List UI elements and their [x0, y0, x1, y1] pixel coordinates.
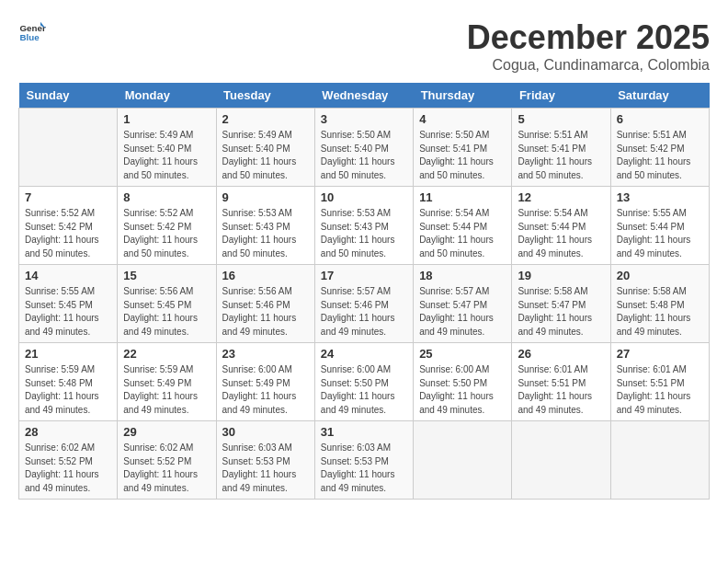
- day-number: 26: [518, 347, 604, 361]
- day-info: Sunrise: 6:00 AM Sunset: 5:49 PM Dayligh…: [222, 363, 309, 417]
- day-number: 20: [617, 269, 703, 282]
- calendar-cell: 29Sunrise: 6:02 AM Sunset: 5:52 PM Dayli…: [118, 421, 216, 500]
- calendar-cell: 1Sunrise: 5:49 AM Sunset: 5:40 PM Daylig…: [118, 109, 216, 187]
- calendar-cell: 28Sunrise: 6:02 AM Sunset: 5:52 PM Dayli…: [19, 421, 118, 500]
- day-number: 9: [222, 190, 309, 204]
- day-number: 28: [25, 425, 111, 439]
- day-number: 11: [419, 190, 506, 204]
- day-number: 15: [123, 269, 210, 282]
- calendar-cell: 26Sunrise: 6:01 AM Sunset: 5:51 PM Dayli…: [512, 343, 610, 421]
- calendar-cell: [610, 421, 709, 500]
- day-number: 22: [123, 347, 210, 361]
- weekday-header: Friday: [512, 83, 610, 109]
- day-info: Sunrise: 5:59 AM Sunset: 5:48 PM Dayligh…: [25, 363, 111, 417]
- main-title: December 2025: [467, 18, 710, 57]
- day-number: 6: [617, 112, 703, 126]
- day-number: 17: [321, 269, 407, 282]
- calendar-cell: 19Sunrise: 5:58 AM Sunset: 5:47 PM Dayli…: [512, 265, 610, 343]
- day-number: 4: [419, 112, 506, 126]
- day-number: 30: [222, 425, 309, 439]
- calendar-cell: 21Sunrise: 5:59 AM Sunset: 5:48 PM Dayli…: [19, 343, 118, 421]
- calendar-cell: 12Sunrise: 5:54 AM Sunset: 5:44 PM Dayli…: [512, 187, 610, 265]
- calendar-week-row: 1Sunrise: 5:49 AM Sunset: 5:40 PM Daylig…: [19, 109, 710, 187]
- weekday-header: Wednesday: [314, 83, 413, 109]
- calendar-cell: [512, 421, 610, 500]
- calendar-cell: 13Sunrise: 5:55 AM Sunset: 5:44 PM Dayli…: [610, 187, 709, 265]
- day-number: 7: [25, 190, 111, 204]
- day-info: Sunrise: 6:01 AM Sunset: 5:51 PM Dayligh…: [518, 363, 604, 417]
- weekday-header: Saturday: [610, 83, 709, 109]
- calendar-cell: [414, 421, 512, 500]
- day-info: Sunrise: 5:56 AM Sunset: 5:46 PM Dayligh…: [222, 285, 309, 339]
- weekday-header: Monday: [118, 83, 216, 109]
- day-number: 19: [518, 269, 604, 282]
- sub-title: Cogua, Cundinamarca, Colombia: [467, 57, 710, 74]
- calendar-cell: 25Sunrise: 6:00 AM Sunset: 5:50 PM Dayli…: [414, 343, 512, 421]
- calendar-cell: 27Sunrise: 6:01 AM Sunset: 5:51 PM Dayli…: [610, 343, 709, 421]
- day-info: Sunrise: 6:00 AM Sunset: 5:50 PM Dayligh…: [419, 363, 506, 417]
- day-info: Sunrise: 5:50 AM Sunset: 5:41 PM Dayligh…: [419, 129, 506, 182]
- calendar-cell: 4Sunrise: 5:50 AM Sunset: 5:41 PM Daylig…: [414, 109, 512, 187]
- day-info: Sunrise: 6:00 AM Sunset: 5:50 PM Dayligh…: [321, 363, 407, 417]
- day-number: 23: [222, 347, 309, 361]
- day-info: Sunrise: 6:03 AM Sunset: 5:53 PM Dayligh…: [222, 442, 309, 495]
- day-number: 18: [419, 269, 506, 282]
- day-info: Sunrise: 5:54 AM Sunset: 5:44 PM Dayligh…: [419, 207, 506, 260]
- calendar-week-row: 14Sunrise: 5:55 AM Sunset: 5:45 PM Dayli…: [19, 265, 710, 343]
- day-info: Sunrise: 5:49 AM Sunset: 5:40 PM Dayligh…: [123, 129, 210, 182]
- calendar-cell: 15Sunrise: 5:56 AM Sunset: 5:45 PM Dayli…: [118, 265, 216, 343]
- day-info: Sunrise: 5:56 AM Sunset: 5:45 PM Dayligh…: [123, 285, 210, 339]
- day-info: Sunrise: 5:55 AM Sunset: 5:45 PM Dayligh…: [25, 285, 111, 339]
- calendar-cell: 2Sunrise: 5:49 AM Sunset: 5:40 PM Daylig…: [216, 109, 314, 187]
- day-info: Sunrise: 6:02 AM Sunset: 5:52 PM Dayligh…: [25, 442, 111, 495]
- calendar-cell: 7Sunrise: 5:52 AM Sunset: 5:42 PM Daylig…: [19, 187, 118, 265]
- day-number: 21: [25, 347, 111, 361]
- weekday-header: Thursday: [414, 83, 512, 109]
- calendar-cell: 6Sunrise: 5:51 AM Sunset: 5:42 PM Daylig…: [610, 109, 709, 187]
- calendar-cell: 10Sunrise: 5:53 AM Sunset: 5:43 PM Dayli…: [314, 187, 413, 265]
- logo-icon: General Blue: [18, 18, 46, 46]
- day-number: 31: [321, 425, 407, 439]
- day-info: Sunrise: 5:58 AM Sunset: 5:48 PM Dayligh…: [617, 285, 703, 339]
- calendar-cell: 14Sunrise: 5:55 AM Sunset: 5:45 PM Dayli…: [19, 265, 118, 343]
- calendar-cell: 9Sunrise: 5:53 AM Sunset: 5:43 PM Daylig…: [216, 187, 314, 265]
- day-info: Sunrise: 5:52 AM Sunset: 5:42 PM Dayligh…: [123, 207, 210, 260]
- day-info: Sunrise: 6:03 AM Sunset: 5:53 PM Dayligh…: [321, 442, 407, 495]
- day-info: Sunrise: 5:51 AM Sunset: 5:41 PM Dayligh…: [518, 129, 604, 182]
- day-info: Sunrise: 6:02 AM Sunset: 5:52 PM Dayligh…: [123, 442, 210, 495]
- day-info: Sunrise: 5:57 AM Sunset: 5:47 PM Dayligh…: [419, 285, 506, 339]
- day-number: 16: [222, 269, 309, 282]
- calendar-cell: [19, 109, 118, 187]
- calendar-week-row: 7Sunrise: 5:52 AM Sunset: 5:42 PM Daylig…: [19, 187, 710, 265]
- calendar-cell: 20Sunrise: 5:58 AM Sunset: 5:48 PM Dayli…: [610, 265, 709, 343]
- day-info: Sunrise: 5:54 AM Sunset: 5:44 PM Dayligh…: [518, 207, 604, 260]
- calendar-cell: 5Sunrise: 5:51 AM Sunset: 5:41 PM Daylig…: [512, 109, 610, 187]
- day-info: Sunrise: 5:51 AM Sunset: 5:42 PM Dayligh…: [617, 129, 703, 182]
- calendar-cell: 24Sunrise: 6:00 AM Sunset: 5:50 PM Dayli…: [314, 343, 413, 421]
- day-number: 24: [321, 347, 407, 361]
- day-number: 2: [222, 112, 309, 126]
- day-info: Sunrise: 5:53 AM Sunset: 5:43 PM Dayligh…: [321, 207, 407, 260]
- day-number: 25: [419, 347, 506, 361]
- title-area: December 2025 Cogua, Cundinamarca, Colom…: [467, 18, 710, 74]
- calendar-week-row: 21Sunrise: 5:59 AM Sunset: 5:48 PM Dayli…: [19, 343, 710, 421]
- day-info: Sunrise: 5:53 AM Sunset: 5:43 PM Dayligh…: [222, 207, 309, 260]
- day-number: 8: [123, 190, 210, 204]
- day-info: Sunrise: 5:57 AM Sunset: 5:46 PM Dayligh…: [321, 285, 407, 339]
- day-number: 12: [518, 190, 604, 204]
- weekday-header: Sunday: [19, 83, 118, 109]
- weekday-header: Tuesday: [216, 83, 314, 109]
- calendar-cell: 3Sunrise: 5:50 AM Sunset: 5:40 PM Daylig…: [314, 109, 413, 187]
- calendar-cell: 17Sunrise: 5:57 AM Sunset: 5:46 PM Dayli…: [314, 265, 413, 343]
- day-info: Sunrise: 6:01 AM Sunset: 5:51 PM Dayligh…: [617, 363, 703, 417]
- day-number: 13: [617, 190, 703, 204]
- calendar-cell: 11Sunrise: 5:54 AM Sunset: 5:44 PM Dayli…: [414, 187, 512, 265]
- day-info: Sunrise: 5:55 AM Sunset: 5:44 PM Dayligh…: [617, 207, 703, 260]
- day-number: 3: [321, 112, 407, 126]
- header: General Blue December 2025 Cogua, Cundin…: [18, 18, 710, 74]
- day-info: Sunrise: 5:59 AM Sunset: 5:49 PM Dayligh…: [123, 363, 210, 417]
- calendar-cell: 8Sunrise: 5:52 AM Sunset: 5:42 PM Daylig…: [118, 187, 216, 265]
- weekday-header-row: SundayMondayTuesdayWednesdayThursdayFrid…: [19, 83, 710, 109]
- calendar-week-row: 28Sunrise: 6:02 AM Sunset: 5:52 PM Dayli…: [19, 421, 710, 500]
- day-info: Sunrise: 5:52 AM Sunset: 5:42 PM Dayligh…: [25, 207, 111, 260]
